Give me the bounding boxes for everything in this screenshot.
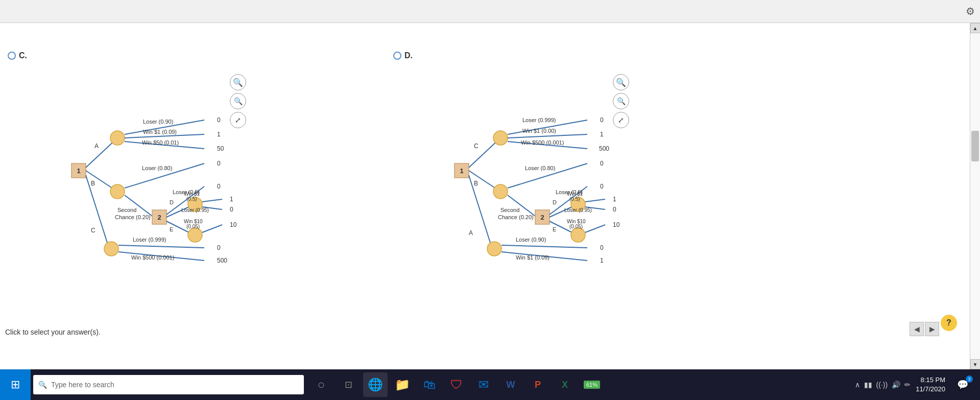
option-c-radio[interactable]	[8, 52, 16, 60]
svg-text:D: D	[553, 199, 557, 205]
svg-line-95	[585, 225, 605, 232]
svg-text:Second: Second	[117, 207, 136, 213]
battery-level: 61%	[584, 381, 600, 389]
svg-point-40	[188, 228, 202, 242]
volume-icon[interactable]: 🔊	[892, 381, 900, 389]
svg-line-8	[125, 134, 204, 138]
option-d-radio[interactable]	[393, 52, 401, 60]
nav-next[interactable]: ▶	[925, 322, 939, 336]
svg-text:Loser (0.80): Loser (0.80)	[525, 165, 555, 171]
svg-line-85	[585, 199, 605, 202]
svg-text:(0.5): (0.5)	[186, 196, 197, 202]
taskbar-app-edge[interactable]: 🌐	[363, 372, 388, 397]
svg-text:Win $1 (0.09): Win $1 (0.09)	[143, 129, 177, 135]
svg-text:1: 1	[77, 167, 80, 175]
svg-text:A: A	[94, 143, 99, 150]
svg-point-70	[493, 184, 508, 199]
svg-line-41	[202, 225, 222, 232]
tree-c-svg: 1 A Loser (0.90) 0 Win $1 (0.09) 1 Win $…	[31, 59, 255, 263]
taskbar-app-mcafee[interactable]: 🛡	[444, 372, 469, 397]
svg-point-101	[487, 242, 501, 256]
option-d-container: D.	[393, 51, 413, 60]
scroll-up-arrow[interactable]: ▲	[970, 23, 981, 33]
start-button[interactable]: ⊞	[0, 369, 31, 400]
svg-text:Loser (0.90): Loser (0.90)	[143, 119, 173, 125]
option-d-label: D.	[404, 51, 413, 60]
scroll-thumb[interactable]	[971, 131, 979, 161]
svg-point-94	[571, 228, 585, 242]
tree-d: 1 C Loser (0.999) 0 Win $1 (0.00) 1 Win …	[414, 59, 638, 270]
main-content: C. D. 🔍 🔍 ⤢ 🔍 🔍 ⤢ 1 A Loser (0.90)	[0, 23, 970, 369]
svg-text:Loser (0.999): Loser (0.999)	[133, 237, 166, 243]
svg-text:0: 0	[600, 183, 604, 190]
svg-text:0: 0	[217, 244, 221, 251]
pen-icon[interactable]: ✏	[904, 381, 911, 389]
settings-icon[interactable]: ⚙	[966, 5, 975, 17]
taskbar-app-taskview[interactable]: ⊡	[336, 372, 361, 397]
nav-arrows: ◀ ▶	[910, 322, 939, 336]
taskbar-app-store[interactable]: 🛍	[417, 372, 442, 397]
svg-point-16	[110, 184, 125, 199]
chevron-up-icon[interactable]: ∧	[855, 381, 860, 389]
svg-text:Loser (0.90): Loser (0.90)	[516, 237, 546, 243]
svg-point-4	[110, 131, 125, 145]
svg-text:Loser (0.95): Loser (0.95)	[181, 207, 209, 213]
taskbar-clock[interactable]: 8:15 PM 11/7/2020	[916, 375, 945, 394]
svg-text:0: 0	[217, 160, 221, 167]
search-icon: 🔍	[38, 381, 47, 389]
svg-line-48	[118, 245, 204, 248]
notifications-button[interactable]: 💬 3	[950, 372, 975, 397]
search-placeholder: Type here to search	[51, 381, 114, 389]
svg-text:Second: Second	[500, 207, 519, 213]
svg-line-102	[501, 245, 587, 248]
taskbar-app-powerpoint[interactable]: P	[525, 372, 550, 397]
svg-text:0: 0	[600, 244, 604, 251]
svg-text:Win $1 (0.09): Win $1 (0.09)	[516, 254, 549, 261]
nav-prev[interactable]: ◀	[910, 322, 924, 336]
svg-text:500: 500	[217, 257, 227, 263]
svg-text:1: 1	[217, 131, 221, 138]
help-button[interactable]: ?	[941, 315, 957, 331]
svg-text:Loser (0.999): Loser (0.999)	[522, 117, 556, 123]
svg-text:E: E	[170, 226, 173, 232]
svg-text:0: 0	[613, 206, 616, 213]
scroll-down-arrow[interactable]: ▼	[970, 359, 981, 369]
svg-text:10: 10	[230, 221, 237, 228]
svg-text:D: D	[170, 199, 174, 205]
svg-text:0: 0	[217, 183, 221, 190]
taskbar-search-bar[interactable]: 🔍 Type here to search	[33, 375, 304, 394]
taskbar-apps: ○ ⊡ 🌐 📁 🛍 🛡 ✉ W P X 61%	[309, 372, 604, 397]
svg-text:2: 2	[157, 214, 161, 221]
taskbar-app-word[interactable]: W	[498, 372, 523, 397]
svg-text:(0.05): (0.05)	[186, 224, 200, 229]
svg-line-45	[86, 175, 107, 243]
scroll-track[interactable]	[970, 33, 980, 359]
taskbar-app-excel[interactable]: X	[553, 372, 577, 397]
svg-text:C: C	[474, 143, 479, 150]
taskbar-app-battery[interactable]: 61%	[580, 372, 604, 397]
tree-c: 1 A Loser (0.90) 0 Win $1 (0.09) 1 Win $…	[31, 59, 255, 265]
svg-text:0: 0	[217, 116, 221, 124]
taskbar-app-mail[interactable]: ✉	[471, 372, 496, 397]
svg-text:Chance (0.20): Chance (0.20)	[498, 214, 534, 220]
svg-text:A: A	[469, 229, 473, 237]
svg-text:2: 2	[540, 214, 544, 221]
battery-sys-icon: ▮▮	[864, 381, 872, 389]
wifi-icon: ((·))	[876, 381, 888, 389]
top-bar: ⚙	[0, 0, 980, 23]
svg-text:1: 1	[600, 131, 604, 138]
taskbar-date: 11/7/2020	[916, 385, 945, 394]
svg-text:1: 1	[600, 257, 604, 264]
svg-line-62	[508, 134, 587, 138]
svg-text:500: 500	[599, 145, 609, 152]
svg-text:Win $1 (0.00): Win $1 (0.00)	[522, 128, 556, 134]
svg-text:(0.05): (0.05)	[569, 224, 583, 229]
taskbar-app-explorer[interactable]: 📁	[390, 372, 415, 397]
svg-text:Chance (0.20): Chance (0.20)	[115, 214, 151, 220]
taskbar-app-cortana[interactable]: ○	[309, 372, 333, 397]
scroll-bar-right[interactable]: ▲ ▼	[970, 23, 980, 369]
svg-text:1: 1	[230, 196, 233, 203]
svg-text:C: C	[91, 227, 95, 234]
svg-text:(0.5): (0.5)	[569, 196, 580, 202]
svg-point-47	[104, 242, 118, 256]
